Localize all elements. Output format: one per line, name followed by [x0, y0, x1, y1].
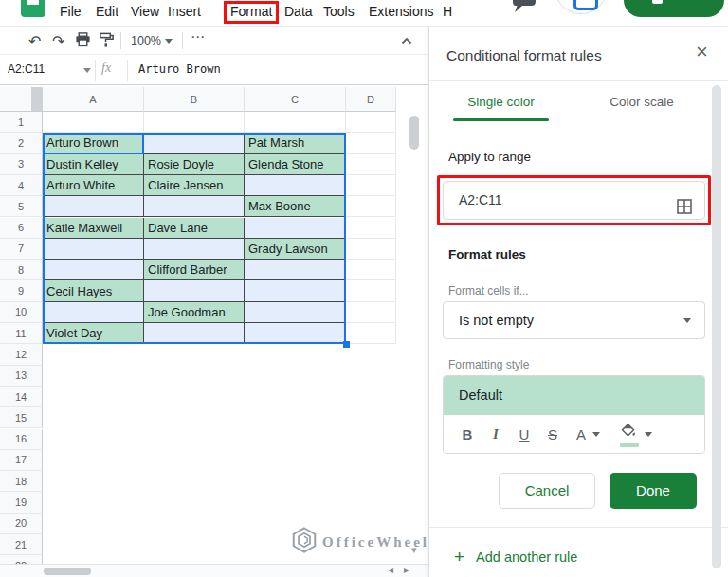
row-header-3[interactable]: 3: [0, 154, 43, 175]
cell-C1[interactable]: [245, 112, 346, 133]
name-box-caret-icon[interactable]: [83, 68, 91, 73]
annotation-box-range: [437, 175, 711, 225]
row-header-2[interactable]: 2: [0, 133, 43, 153]
toolbar-divider: [120, 32, 121, 49]
horizontal-scrollbar[interactable]: ◂ ▸: [0, 564, 428, 577]
cell-D5[interactable]: [346, 196, 396, 217]
scroll-right-arrow-icon[interactable]: ▸: [404, 565, 409, 575]
add-rule-label: Add another rule: [476, 550, 577, 565]
cell-D7[interactable]: [346, 239, 396, 260]
row-header-18[interactable]: 18: [0, 471, 43, 492]
row-header-5[interactable]: 5: [0, 196, 43, 217]
done-button[interactable]: Done: [610, 473, 697, 509]
menu-extensions[interactable]: Extensions: [369, 4, 433, 19]
condition-dropdown[interactable]: Is not empty: [443, 301, 705, 339]
column-header-C[interactable]: C: [245, 87, 346, 112]
cell-A1[interactable]: [43, 112, 144, 133]
row-header-11[interactable]: 11: [0, 323, 43, 344]
italic-icon[interactable]: I: [486, 426, 505, 442]
scroll-left-arrow-icon[interactable]: ◂: [389, 565, 393, 575]
format-cells-if-label: Format cells if...: [448, 284, 529, 298]
cell-D9[interactable]: [346, 280, 396, 301]
row-header-12[interactable]: 12: [0, 344, 43, 365]
sheets-logo-grid: [27, 0, 39, 5]
toolbar-divider: [182, 32, 183, 49]
bold-icon[interactable]: B: [458, 426, 477, 442]
formatting-toolbar: B I U S A: [444, 415, 704, 454]
menu-file[interactable]: File: [60, 4, 82, 19]
select-all-corner[interactable]: [0, 87, 43, 112]
menu-view[interactable]: View: [131, 4, 159, 19]
cell-D4[interactable]: [346, 175, 396, 196]
menu-insert[interactable]: Insert: [168, 4, 201, 19]
meet-camera-icon: [573, 0, 598, 10]
print-icon[interactable]: [75, 31, 91, 52]
column-header-A[interactable]: A: [43, 87, 144, 112]
tab-color-scale[interactable]: Color scale: [605, 95, 679, 119]
fill-handle[interactable]: [343, 341, 350, 348]
comment-history-icon[interactable]: [512, 0, 537, 17]
add-another-rule-button[interactable]: + Add another rule: [454, 547, 577, 568]
row-header-16[interactable]: 16: [0, 429, 43, 450]
formatting-style-label: Formatting style: [448, 358, 529, 371]
fill-color-caret-icon[interactable]: [645, 432, 652, 437]
underline-icon[interactable]: U: [515, 426, 534, 442]
plus-icon: +: [454, 547, 464, 568]
strikethrough-icon[interactable]: S: [543, 426, 562, 442]
row-header-9[interactable]: 9: [0, 280, 43, 301]
cancel-button[interactable]: Cancel: [499, 473, 595, 509]
menu-edit[interactable]: Edit: [96, 4, 118, 19]
sheets-logo-icon[interactable]: [21, 0, 46, 17]
column-header-D[interactable]: D: [346, 87, 396, 112]
undo-icon[interactable]: ↶: [28, 32, 41, 50]
more-options-icon[interactable]: ⋯: [191, 28, 206, 45]
cell-D3[interactable]: [346, 154, 396, 175]
row-header-19[interactable]: 19: [0, 492, 43, 513]
text-color-caret-icon[interactable]: [592, 432, 600, 437]
share-button[interactable]: [624, 0, 724, 17]
row-header-6[interactable]: 6: [0, 218, 43, 239]
menu-help[interactable]: Help: [443, 4, 452, 19]
annotation-box-format: [224, 1, 279, 24]
cell-D11[interactable]: [346, 323, 396, 344]
row-header-7[interactable]: 7: [0, 239, 43, 260]
row-header-4[interactable]: 4: [0, 175, 43, 196]
zoom-caret-icon[interactable]: [165, 39, 173, 44]
row-header-15[interactable]: 15: [0, 407, 43, 428]
paint-format-icon[interactable]: [99, 31, 115, 52]
panel-divider: [429, 80, 728, 81]
toolbar: ↶ ↷ 100% ⋯: [0, 27, 428, 55]
cell-B1[interactable]: [144, 112, 245, 133]
redo-icon[interactable]: ↷: [52, 32, 64, 50]
selection-border: [43, 133, 346, 344]
row-header-20[interactable]: 20: [0, 514, 43, 534]
collapse-toolbar-icon[interactable]: [399, 33, 414, 52]
watermark: OfficeWheel: [290, 525, 428, 559]
fill-color-icon[interactable]: [620, 423, 641, 447]
row-header-8[interactable]: 8: [0, 260, 43, 280]
horizontal-scrollbar-thumb[interactable]: [44, 568, 91, 575]
cell-D2[interactable]: [346, 133, 396, 153]
row-header-14[interactable]: 14: [0, 387, 43, 407]
cell-D10[interactable]: [346, 302, 396, 323]
zoom-dropdown[interactable]: 100%: [131, 34, 161, 47]
name-box[interactable]: A2:C11: [8, 63, 45, 76]
close-icon[interactable]: ×: [696, 40, 708, 64]
cell-D6[interactable]: [346, 218, 396, 239]
vertical-scrollbar[interactable]: [410, 116, 419, 150]
row-header-21[interactable]: 21: [0, 534, 43, 555]
cell-D8[interactable]: [346, 260, 396, 280]
row-header-17[interactable]: 17: [0, 450, 43, 471]
text-color-icon[interactable]: A: [572, 426, 591, 442]
row-header-13[interactable]: 13: [0, 366, 43, 387]
menu-data[interactable]: Data: [284, 4, 313, 19]
column-header-B[interactable]: B: [144, 87, 245, 112]
row-header-1[interactable]: 1: [0, 112, 43, 133]
tab-single-color[interactable]: Single color: [453, 95, 549, 119]
row-header-10[interactable]: 10: [0, 302, 43, 323]
formula-input[interactable]: Arturo Brown: [138, 63, 221, 76]
menu-tools[interactable]: Tools: [323, 4, 355, 19]
watermark-text: OfficeWheel: [322, 534, 428, 550]
cell-D1[interactable]: [346, 112, 396, 133]
panel-scrollbar[interactable]: [712, 85, 721, 568]
